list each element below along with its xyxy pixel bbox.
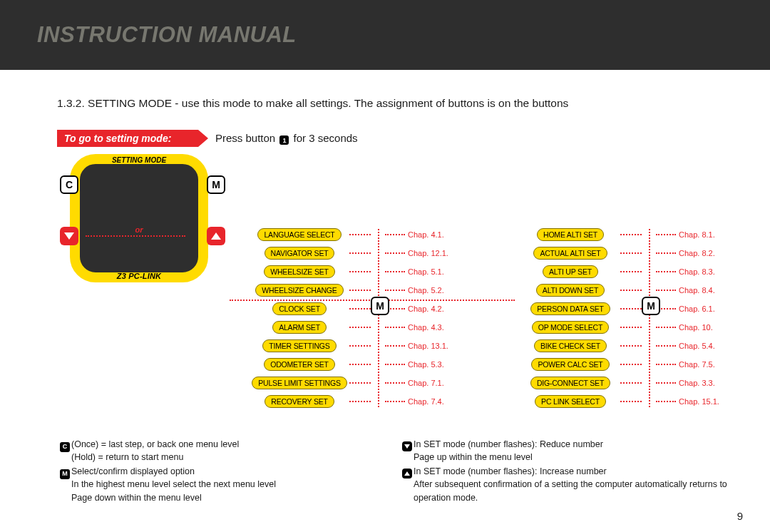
setting-pill: ACTUAL ALTI SET (533, 247, 607, 260)
dotted-connector-inside (86, 235, 185, 237)
setting-pill: WHEELSIZE SET (264, 265, 334, 278)
chapter-ref: Chap. 4.1. (408, 230, 444, 239)
dotted-connector (349, 364, 371, 365)
setting-row: OP MODE SELECTChap. 10. (520, 318, 749, 337)
setting-row: ALTI UP SETChap. 8.3. (520, 262, 749, 281)
setting-pill: PERSON DATA SET (530, 302, 610, 315)
device-body: SETTING MODE Z3 PC-LINK or (70, 154, 208, 282)
setting-row: WHEELSIZE SETChap. 5.1. (250, 262, 478, 281)
setting-pill: OP MODE SELECT (532, 321, 609, 334)
setting-pill: BIKE CHECK SET (534, 339, 607, 352)
chapter-ref: Chap. 4.3. (408, 323, 444, 332)
m-badge-icon: M (371, 297, 389, 315)
m-button-icon: M (207, 175, 225, 194)
triangle-down-icon (64, 232, 74, 240)
dotted-connector (656, 401, 676, 402)
chapter-ref: Chap. 5.1. (408, 267, 444, 276)
down-icon (402, 441, 412, 451)
chapter-ref: Chap. 8.3. (679, 267, 715, 276)
ribbon-instruction: Press button 1 for 3 seconds (215, 132, 358, 145)
chapter-ref: Chap. 7.4. (408, 397, 444, 406)
setting-pill: ALARM SET (272, 321, 327, 334)
chapter-ref: Chap. 5.4. (679, 342, 715, 350)
setting-row: PERSON DATA SETChap. 6.1. (520, 300, 749, 318)
setting-row: RECOVERY SETChap. 7.4. (250, 392, 478, 411)
page-header: INSTRUCTION MANUAL (0, 0, 770, 70)
dotted-connector (385, 252, 405, 254)
dotted-connector (656, 327, 676, 328)
chapter-ref: Chap. 5.2. (408, 286, 444, 295)
chapter-ref: Chap. 4.2. (408, 305, 444, 313)
dotted-connector (385, 271, 405, 272)
dotted-connector (385, 327, 405, 328)
dotted-connector (656, 345, 676, 347)
dotted-connector (620, 271, 642, 272)
device-bottom-label: Z3 PC-LINK (117, 272, 162, 280)
dotted-connector (349, 401, 371, 402)
chapter-ref: Chap. 10. (679, 323, 713, 332)
c-button-icon: C (60, 175, 78, 194)
down-button-icon (60, 227, 78, 245)
up-button-icon (207, 227, 225, 245)
legend-left: C (Once) = last step, or back one menu l… (58, 438, 401, 506)
setting-row: CLOCK SETChap. 4.2. (250, 300, 478, 318)
dotted-connector (349, 345, 371, 347)
c-icon: C (60, 442, 70, 452)
device-top-label: SETTING MODE (112, 156, 166, 164)
dotted-connector (385, 290, 405, 291)
dotted-connector (656, 290, 676, 291)
dotted-connector (620, 345, 642, 347)
dotted-connector (620, 382, 642, 384)
setting-pill: CLOCK SET (272, 302, 327, 315)
setting-row: PC LINK SELECTChap. 15.1. (520, 392, 749, 411)
setting-pill: ODOMETER SET (264, 358, 335, 371)
setting-row: TIMER SETTINGSChap. 13.1. (250, 337, 478, 355)
setting-pill: PULSE LIMIT SETTINGS (252, 377, 346, 389)
intro-text: 1.3.2. SETTING MODE - use this mode to m… (57, 97, 733, 110)
dotted-connector (385, 382, 405, 384)
setting-row: BIKE CHECK SETChap. 5.4. (520, 337, 749, 355)
button-1-icon: 1 (279, 135, 289, 145)
device-or-label: or (135, 225, 143, 234)
dotted-connector (385, 345, 405, 347)
dotted-connector (385, 234, 405, 235)
dotted-connector (349, 382, 371, 384)
setting-pill: NAVIGATOR SET (265, 247, 335, 260)
page-number: 9 (737, 510, 743, 522)
chapter-ref: Chap. 15.1. (679, 397, 719, 406)
dotted-connector (620, 364, 642, 365)
chapter-ref: Chap. 6.1. (679, 305, 715, 313)
chapter-ref: Chap. 13.1. (408, 342, 448, 350)
setting-row: NAVIGATOR SETChap. 12.1. (250, 244, 478, 262)
setting-pill: DIG-CONNECT SET (530, 377, 610, 389)
setting-pill: ALTI DOWN SET (536, 284, 605, 297)
dotted-connector (656, 252, 676, 254)
setting-pill: PC LINK SELECT (535, 395, 606, 408)
settings-column-2: M HOME ALTI SETChap. 8.1.ACTUAL ALTI SET… (520, 225, 749, 411)
device-diagram: SETTING MODE Z3 PC-LINK or C M (57, 154, 228, 290)
dotted-connector (656, 364, 676, 365)
ribbon: To go to setting mode: (57, 130, 208, 147)
triangle-up-icon (211, 232, 221, 240)
chapter-ref: Chap. 7.5. (679, 360, 715, 369)
dotted-connector (620, 252, 642, 254)
setting-row: ALARM SETChap. 4.3. (250, 318, 478, 337)
ribbon-row: To go to setting mode: Press button 1 fo… (57, 130, 733, 147)
setting-pill: LANGUAGE SELECT (257, 228, 341, 241)
dotted-connector (349, 290, 371, 291)
setting-pill: TIMER SETTINGS (262, 339, 336, 352)
chapter-ref: Chap. 12.1. (408, 249, 448, 257)
dotted-connector (620, 290, 642, 291)
ribbon-label: To go to setting mode: (64, 133, 171, 144)
chapter-ref: Chap. 3.3. (679, 379, 715, 387)
setting-row: ALTI DOWN SETChap. 8.4. (520, 281, 749, 300)
legend-right: In SET mode (number flashes): Reduce num… (401, 438, 743, 506)
setting-row: ACTUAL ALTI SETChap. 8.2. (520, 244, 749, 262)
setting-row: PULSE LIMIT SETTINGSChap. 7.1. (250, 374, 478, 392)
setting-pill: HOME ALTI SET (537, 228, 604, 241)
dotted-connector (349, 234, 371, 235)
setting-row: HOME ALTI SETChap. 8.1. (520, 225, 749, 244)
chapter-ref: Chap. 8.2. (679, 249, 715, 257)
page-title: INSTRUCTION MANUAL (37, 22, 297, 48)
dotted-connector (349, 252, 371, 254)
